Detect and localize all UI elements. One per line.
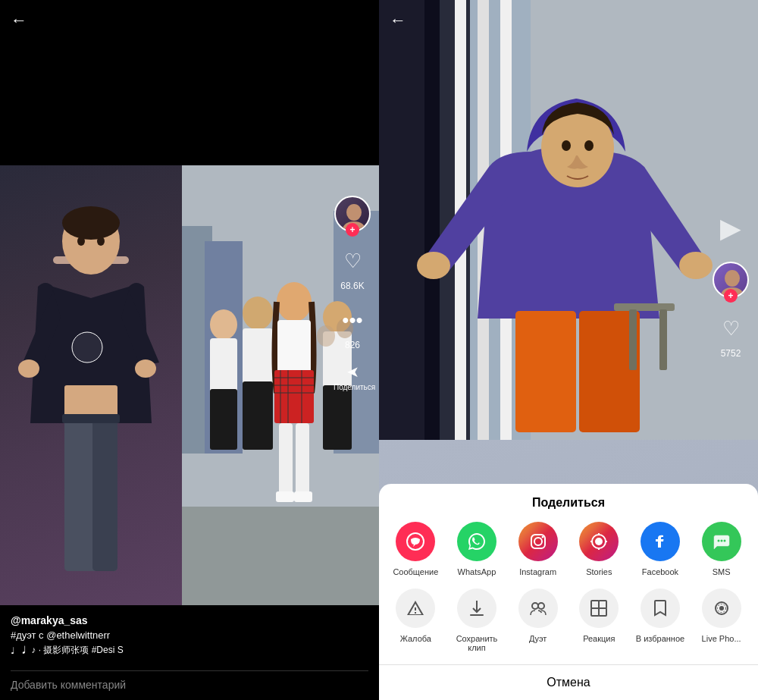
- livepho-icon[interactable]: [702, 589, 741, 628]
- avatar-left-video[interactable]: +: [334, 196, 371, 232]
- modal-title: Поделиться: [379, 496, 758, 510]
- duet-label: Дуэт: [529, 634, 547, 643]
- plus-badge-left[interactable]: +: [346, 223, 359, 237]
- share-item-bookmark[interactable]: В избранное: [633, 589, 688, 652]
- message-label: Сообщение: [393, 567, 438, 576]
- svg-rect-70: [470, 614, 484, 616]
- livepho-label: Live Pho...: [702, 634, 741, 643]
- right-panel: ← ▶ + ♡ 5752 Поделиться: [379, 0, 758, 700]
- svg-rect-9: [64, 419, 89, 571]
- plus-badge-right[interactable]: +: [724, 289, 738, 303]
- share-item-livepho[interactable]: Live Pho...: [694, 589, 749, 652]
- share-item-save[interactable]: Сохранить клип: [449, 589, 504, 652]
- save-label: Сохранить клип: [449, 634, 504, 652]
- avatar-right[interactable]: +: [713, 262, 749, 298]
- comment-button-left[interactable]: ••• 826: [336, 303, 369, 350]
- svg-rect-12: [62, 414, 120, 423]
- svg-point-53: [417, 252, 450, 279]
- save-icon[interactable]: [457, 589, 496, 628]
- svg-point-51: [562, 140, 571, 151]
- reaction-icon[interactable]: [579, 589, 619, 628]
- svg-rect-59: [659, 309, 667, 370]
- svg-rect-58: [629, 309, 637, 370]
- right-video-content: [379, 0, 758, 440]
- like-button-left[interactable]: ♡ 68.6K: [336, 244, 369, 291]
- sms-icon[interactable]: [702, 522, 741, 561]
- share-item-instagram[interactable]: Instagram: [511, 522, 565, 576]
- svg-rect-75: [591, 608, 599, 616]
- svg-rect-34: [296, 423, 309, 499]
- share-row-1: Сообщение WhatsApp Instagram: [379, 522, 758, 576]
- share-item-duet[interactable]: Дуэт: [511, 589, 565, 652]
- stories-label: Stories: [586, 567, 612, 576]
- stories-icon[interactable]: [579, 522, 619, 561]
- play-icon-right[interactable]: ▶: [720, 212, 741, 244]
- svg-rect-25: [277, 320, 311, 373]
- svg-point-69: [723, 540, 725, 542]
- back-button-right[interactable]: ←: [390, 11, 406, 30]
- message-icon[interactable]: [396, 522, 435, 561]
- left-panel: ←: [0, 0, 379, 700]
- svg-rect-10: [92, 419, 117, 571]
- instagram-label: Instagram: [519, 567, 556, 576]
- svg-point-78: [719, 606, 724, 611]
- svg-rect-73: [591, 601, 599, 608]
- person-figure: [0, 165, 182, 605]
- svg-rect-17: [182, 507, 379, 605]
- share-row-2: Жалоба Сохранить клип Дуэт: [379, 589, 758, 652]
- like-button-right[interactable]: ♡ 5752: [714, 312, 747, 359]
- share-button-left[interactable]: ➤ Поделиться: [334, 363, 371, 391]
- share-item-report[interactable]: Жалоба: [388, 589, 443, 652]
- svg-point-7: [135, 359, 156, 378]
- left-bottom: @marakya_sas #дуэт с @ethelwittnerr ♩ ♩ …: [0, 605, 379, 700]
- share-item-reaction[interactable]: Реакция: [572, 589, 626, 652]
- username-left: @marakya_sas: [11, 614, 368, 626]
- svg-point-67: [717, 540, 719, 542]
- report-label: Жалоба: [400, 634, 431, 643]
- bookmark-icon[interactable]: [641, 589, 680, 628]
- svg-point-4: [97, 237, 105, 246]
- facebook-label: Facebook: [642, 567, 678, 576]
- hashtag-left: #дуэт с @ethelwittnerr: [11, 629, 368, 641]
- back-button-left[interactable]: ←: [11, 11, 27, 30]
- svg-rect-23: [243, 381, 273, 450]
- svg-point-63: [534, 538, 542, 545]
- share-item-whatsapp[interactable]: WhatsApp: [449, 522, 504, 576]
- svg-point-3: [77, 237, 85, 246]
- facebook-icon[interactable]: [641, 522, 680, 561]
- svg-point-24: [277, 282, 312, 322]
- left-video-left: [0, 165, 182, 605]
- svg-point-52: [584, 140, 594, 151]
- svg-point-60: [725, 270, 740, 287]
- share-item-stories[interactable]: Stories: [572, 522, 626, 576]
- svg-point-2: [62, 206, 120, 240]
- svg-rect-35: [276, 491, 294, 502]
- reaction-label: Реакция: [583, 634, 615, 643]
- svg-rect-76: [599, 608, 606, 616]
- cancel-button[interactable]: Отмена: [379, 664, 758, 700]
- left-video-right: + ♡ 68.6K ••• 826 ➤ Поделиться: [182, 165, 379, 605]
- share-item-facebook[interactable]: Facebook: [633, 522, 688, 576]
- report-icon[interactable]: [396, 589, 435, 628]
- duet-icon[interactable]: [518, 589, 558, 628]
- sms-label: SMS: [713, 567, 731, 576]
- share-item-sms[interactable]: SMS: [694, 522, 749, 576]
- right-video-bg: [379, 0, 758, 440]
- svg-point-5: [72, 332, 102, 363]
- svg-point-21: [243, 297, 273, 330]
- music-note-icon: ♩: [11, 645, 15, 656]
- svg-rect-20: [210, 389, 237, 450]
- svg-rect-39: [323, 385, 352, 450]
- add-comment-left[interactable]: Добавить комментарий: [11, 670, 368, 691]
- right-overlay-icons: ▶ + ♡ 5752: [713, 212, 749, 359]
- svg-point-54: [679, 252, 713, 279]
- whatsapp-icon[interactable]: [457, 522, 496, 561]
- svg-point-6: [18, 359, 39, 378]
- share-item-message[interactable]: Сообщение: [388, 522, 443, 576]
- svg-point-42: [346, 204, 362, 221]
- svg-point-18: [210, 309, 237, 340]
- svg-point-71: [532, 603, 538, 609]
- left-video-area: + ♡ 68.6K ••• 826 ➤ Поделиться: [0, 165, 379, 605]
- svg-point-66: [595, 538, 603, 545]
- instagram-icon[interactable]: [518, 522, 558, 561]
